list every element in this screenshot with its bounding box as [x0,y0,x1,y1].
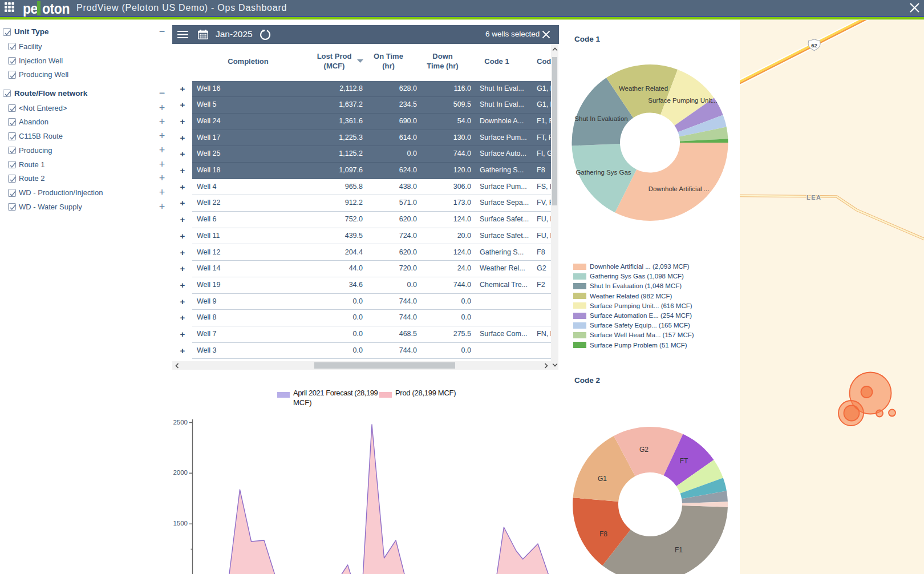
svg-text:62: 62 [811,42,817,48]
